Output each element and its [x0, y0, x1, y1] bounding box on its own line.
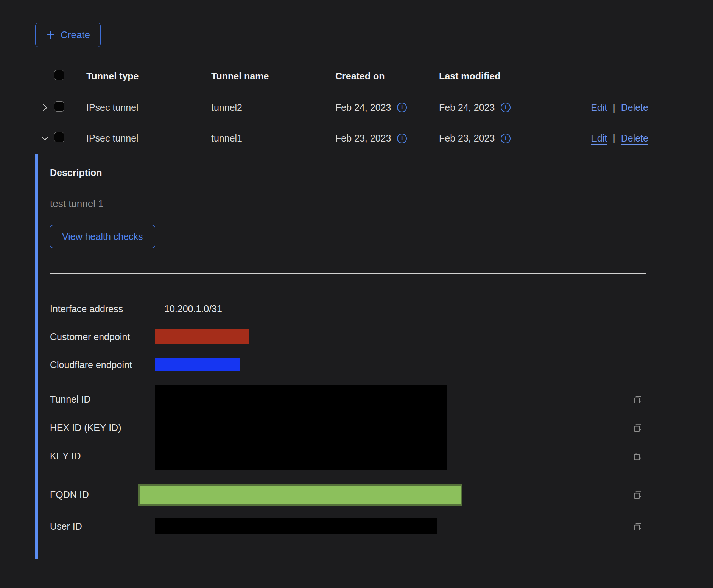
table-row: IPsec tunnel tunnel1 Feb 23, 2023 i Feb … [35, 123, 660, 154]
collapse-row-button[interactable] [35, 133, 54, 143]
copy-hex-id-button[interactable] [632, 423, 643, 433]
cell-last-modified: Feb 24, 2023 [439, 102, 495, 113]
expanded-tunnel-details: Description test tunnel 1 View health ch… [35, 154, 660, 559]
expand-row-button[interactable] [35, 103, 54, 113]
copy-user-id-button[interactable] [632, 521, 643, 532]
edit-link[interactable]: Edit [591, 133, 607, 144]
detail-row-interface-address: Interface address 10.200.1.0/31 [50, 300, 660, 318]
chevron-down-icon [40, 133, 50, 143]
view-health-checks-label: View health checks [62, 231, 143, 242]
detail-row-fqdn-id: FQDN ID [50, 484, 660, 506]
detail-row-cloudflare-endpoint: Cloudflare endpoint [50, 356, 660, 374]
copy-key-id-button[interactable] [632, 451, 643, 461]
row-checkbox[interactable] [54, 101, 64, 112]
cell-created-on: Feb 24, 2023 [335, 102, 391, 113]
detail-group-ids: Tunnel ID HEX ID (KEY ID) [50, 385, 660, 470]
copy-icon [632, 451, 643, 461]
copy-icon [632, 521, 643, 532]
tunnels-table: Tunnel type Tunnel name Created on Last … [35, 61, 660, 559]
redacted-customer-endpoint-value [155, 329, 249, 344]
chevron-right-icon [40, 103, 50, 113]
user-id-label: User ID [50, 521, 155, 532]
cloudflare-endpoint-label: Cloudflare endpoint [50, 359, 155, 370]
column-header-tunnel-name: Tunnel name [211, 71, 335, 82]
detail-row-customer-endpoint: Customer endpoint [50, 328, 660, 346]
redacted-user-id-value [155, 518, 437, 534]
cell-created-on: Feb 23, 2023 [335, 133, 391, 144]
cell-last-modified: Feb 23, 2023 [439, 133, 495, 144]
cell-tunnel-name: tunnel2 [211, 102, 335, 113]
info-circle-icon[interactable]: i [501, 134, 511, 143]
copy-tunnel-id-button[interactable] [632, 394, 643, 404]
copy-icon [632, 490, 643, 500]
info-circle-icon[interactable]: i [501, 103, 511, 112]
delete-link[interactable]: Delete [621, 102, 648, 113]
interface-address-value: 10.200.1.0/31 [155, 303, 222, 314]
hex-id-label: HEX ID (KEY ID) [50, 422, 155, 433]
info-circle-icon[interactable]: i [397, 134, 407, 143]
cell-tunnel-type: IPsec tunnel [86, 133, 211, 144]
table-row: IPsec tunnel tunnel2 Feb 24, 2023 i Feb … [35, 92, 660, 123]
expansion-indicator-bar [35, 154, 38, 559]
table-header: Tunnel type Tunnel name Created on Last … [35, 61, 660, 92]
copy-fqdn-id-button[interactable] [632, 490, 643, 500]
description-label: Description [50, 154, 660, 178]
create-button-label: Create [61, 29, 90, 41]
column-header-last-modified: Last modified [439, 71, 549, 82]
column-header-tunnel-type: Tunnel type [86, 71, 211, 82]
cell-tunnel-type: IPsec tunnel [86, 102, 211, 113]
plus-icon [46, 30, 56, 40]
row-checkbox[interactable] [54, 132, 64, 142]
tunnel-id-label: Tunnel ID [50, 394, 155, 405]
link-separator: | [613, 133, 615, 144]
link-separator: | [613, 102, 615, 113]
section-divider [50, 273, 646, 274]
copy-icon [632, 394, 643, 404]
cell-tunnel-name: tunnel1 [211, 133, 335, 144]
copy-icon [632, 423, 643, 433]
select-all-checkbox[interactable] [54, 70, 64, 80]
detail-row-user-id: User ID [50, 518, 660, 534]
tunnel-detail-fields: Interface address 10.200.1.0/31 Customer… [50, 300, 660, 534]
view-health-checks-button[interactable]: View health checks [50, 225, 155, 248]
tunnels-page: Create Tunnel type Tunnel name Created o… [0, 0, 713, 588]
interface-address-label: Interface address [50, 303, 155, 314]
description-value: test tunnel 1 [50, 198, 660, 210]
edit-link[interactable]: Edit [591, 102, 607, 113]
column-header-created-on: Created on [335, 71, 439, 82]
redacted-cloudflare-endpoint-value [155, 358, 240, 371]
create-button[interactable]: Create [35, 23, 101, 47]
redacted-fqdn-id-value [138, 484, 462, 506]
info-circle-icon[interactable]: i [397, 103, 407, 112]
delete-link[interactable]: Delete [621, 133, 648, 144]
redacted-id-values [155, 385, 447, 470]
key-id-label: KEY ID [50, 451, 155, 462]
customer-endpoint-label: Customer endpoint [50, 331, 155, 342]
